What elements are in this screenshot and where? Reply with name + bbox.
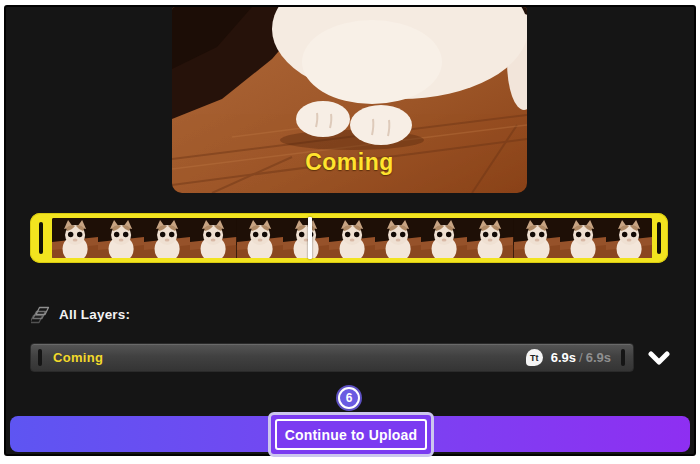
layer-trim-handle-left[interactable] xyxy=(38,349,42,366)
filmstrip-frame-thumbnail xyxy=(606,218,652,258)
filmstrip-frame-thumbnail xyxy=(421,218,467,258)
filmstrip-frame-thumbnail xyxy=(329,218,375,258)
continue-upload-highlight: Continue to Upload xyxy=(268,412,434,457)
chevron-down-icon[interactable] xyxy=(648,351,670,365)
filmstrip-frame-thumbnail xyxy=(375,218,421,258)
step-annotation-badge: 6 xyxy=(338,387,360,409)
layer-row-coming[interactable]: Coming Tt 6.9s / 6.9s xyxy=(30,343,634,372)
trim-handle-right[interactable] xyxy=(657,222,661,254)
filmstrip-frame-thumbnail xyxy=(144,218,190,258)
layer-duration-current: 6.9s xyxy=(551,350,576,365)
trim-handle-left[interactable] xyxy=(39,222,43,254)
layer-label: Coming xyxy=(53,350,526,365)
preview-caption-text[interactable]: Coming xyxy=(172,149,527,176)
timeline-filmstrip[interactable] xyxy=(30,213,668,263)
filmstrip-frame-thumbnail xyxy=(514,218,560,258)
layer-duration-separator: / xyxy=(579,350,583,365)
filmstrip-frame-thumbnail xyxy=(283,218,329,258)
layers-icon xyxy=(31,305,51,324)
layer-duration-total: 6.9s xyxy=(586,350,611,365)
filmstrip-frame-thumbnail xyxy=(237,218,283,258)
filmstrip-frame-thumbnail xyxy=(98,218,144,258)
layer-trim-handle-right[interactable] xyxy=(621,349,625,366)
all-layers-header: All Layers: xyxy=(31,303,130,325)
preview-canvas[interactable]: Coming xyxy=(172,7,527,193)
continue-to-upload-button[interactable]: Continue to Upload xyxy=(275,419,427,450)
filmstrip-frame-thumbnail xyxy=(190,218,236,258)
filmstrip-frame-thumbnail xyxy=(560,218,606,258)
filmstrip-frames xyxy=(52,218,652,258)
editor-window: Coming xyxy=(4,5,696,456)
text-layer-badge: Tt xyxy=(526,349,543,366)
playhead[interactable] xyxy=(308,217,312,259)
filmstrip-frame-thumbnail xyxy=(467,218,513,258)
filmstrip-frame-thumbnail xyxy=(52,218,98,258)
all-layers-label: All Layers: xyxy=(59,307,130,322)
